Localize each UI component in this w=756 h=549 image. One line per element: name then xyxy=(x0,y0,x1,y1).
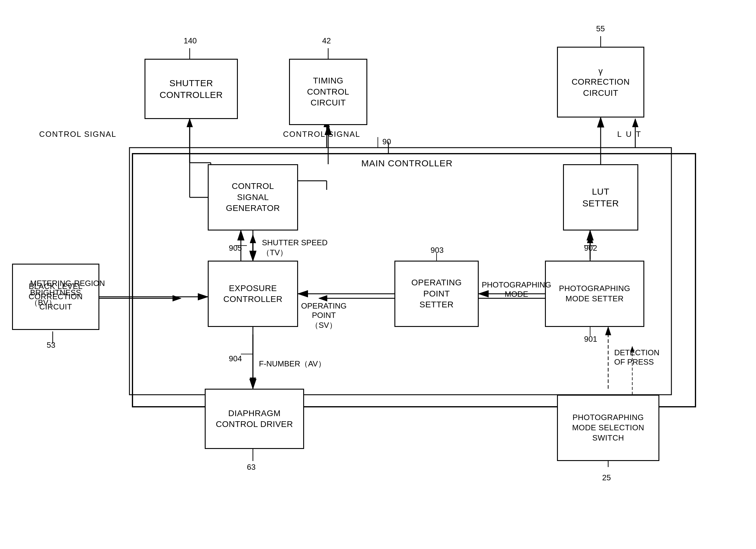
detection-of-press-label: DETECTIONOF PRESS xyxy=(614,348,659,367)
photographing-mode-label1: PHOTOGRAPHINGMODE xyxy=(482,280,551,299)
ref-90-label: 90 xyxy=(382,137,391,146)
ref-903: 903 xyxy=(431,245,443,255)
pmss-label: PHOTOGRAPHINGMODE SELECTIONSWITCH xyxy=(572,413,644,443)
photo-mode-switch-box: PHOTOGRAPHINGMODE SELECTIONSWITCH xyxy=(557,395,659,461)
control-signal-generator-box: CONTROLSIGNALGENERATOR xyxy=(208,164,298,230)
csg-label: CONTROLSIGNALGENERATOR xyxy=(226,181,280,214)
ref-42: 42 xyxy=(322,36,331,45)
ref-53: 53 xyxy=(47,341,55,350)
diaphragm-control-driver-box: DIAPHRAGMCONTROL DRIVER xyxy=(205,389,304,449)
diagram: SHUTTER CONTROLLER 140 TIMINGCONTROLCIRC… xyxy=(0,0,756,549)
gamma-correction-box: γCORRECTIONCIRCUIT xyxy=(557,47,644,117)
timing-control-circuit-box: TIMINGCONTROLCIRCUIT xyxy=(289,59,367,125)
ref-63: 63 xyxy=(247,463,256,472)
control-signal-top-label: CONTROL SIGNAL xyxy=(283,129,360,139)
ref-140: 140 xyxy=(184,36,197,45)
timing-control-label: TIMINGCONTROLCIRCUIT xyxy=(307,75,349,108)
ref-902-label: 902 xyxy=(584,243,597,253)
control-signal-left-label: CONTROL SIGNAL xyxy=(39,129,117,139)
photographing-mode-setter-box: PHOTOGRAPHINGMODE SETTER xyxy=(545,260,644,327)
shutter-speed-label: SHUTTER SPEED（TV） xyxy=(262,238,328,258)
exposure-controller-label: EXPOSURECONTROLLER xyxy=(223,283,282,305)
diaphragm-label: DIAPHRAGMCONTROL DRIVER xyxy=(216,408,293,430)
metering-region-label: METERING-REGIONBRIGHTNESS（BV） xyxy=(30,279,105,308)
main-controller-label: MAIN CONTROLLER xyxy=(361,158,453,168)
lut-setter-box: LUTSETTER xyxy=(563,164,638,230)
shutter-controller-box: SHUTTER CONTROLLER xyxy=(145,59,238,119)
exposure-controller-box: EXPOSURECONTROLLER xyxy=(208,260,298,327)
pms-label: PHOTOGRAPHINGMODE SETTER xyxy=(559,284,630,304)
ref-55: 55 xyxy=(596,24,605,33)
ref-25: 25 xyxy=(602,473,611,482)
f-number-av-label: F-NUMBER（AV） xyxy=(259,359,326,369)
ref-901-label: 901 xyxy=(584,335,597,344)
ref-905-label: 905 xyxy=(229,243,242,253)
lut-label: L U T xyxy=(617,129,642,139)
ref-904-label: 904 xyxy=(229,354,242,364)
shutter-controller-label: SHUTTER CONTROLLER xyxy=(145,77,237,101)
gamma-correction-label: γCORRECTIONCIRCUIT xyxy=(571,66,630,98)
ops-label: OPERATINGPOINTSETTER xyxy=(411,277,462,310)
operating-point-sv-label: OPERATINGPOINT（SV） xyxy=(301,301,347,331)
operating-point-setter-box: OPERATINGPOINTSETTER xyxy=(394,260,479,327)
lut-setter-label: LUTSETTER xyxy=(582,185,619,209)
